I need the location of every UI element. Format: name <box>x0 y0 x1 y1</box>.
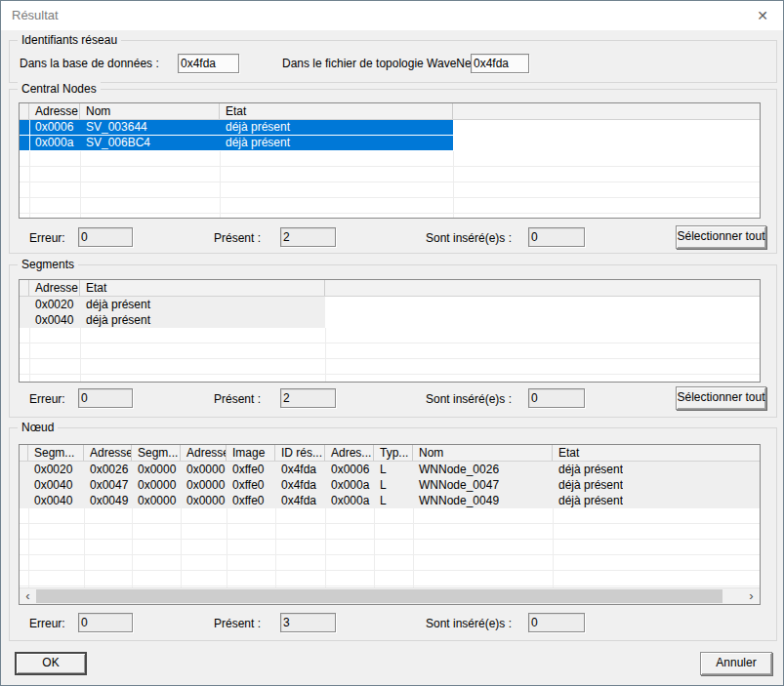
insere-label: Sont inséré(e)s : <box>426 231 512 246</box>
table-row-selected[interactable]: 0x000a SV_006BC4 déjà présent <box>20 136 760 151</box>
db-label: Dans la base de données : <box>20 57 159 71</box>
cell-selector <box>20 462 28 477</box>
cell-adresse: 0x000a <box>29 136 80 150</box>
title-bar: Résultat ✕ <box>1 1 783 30</box>
cell-id-reseau: 0x4fda <box>275 493 325 508</box>
cell-image: 0xffe0 <box>227 477 275 493</box>
cell-etat: déjà présent <box>80 297 325 312</box>
present-field[interactable]: 3 <box>280 613 336 632</box>
scroll-left-arrow[interactable]: ‹ <box>20 588 36 604</box>
insere-field[interactable]: 0 <box>528 613 585 632</box>
insere-label: Sont inséré(e)s : <box>426 392 512 407</box>
cancel-button[interactable]: Annuler <box>700 652 772 675</box>
insere-field[interactable]: 0 <box>528 227 585 247</box>
empty-grid <box>20 151 760 218</box>
cell-image: 0xffe0 <box>227 493 275 508</box>
table-row[interactable]: 0x0020 déjà présent <box>20 297 760 312</box>
cell-selector <box>20 312 29 328</box>
header-adresse[interactable]: Adresse <box>29 103 80 119</box>
erreur-field[interactable]: 0 <box>78 227 133 247</box>
cell-type: L <box>374 462 413 477</box>
cell-selector <box>20 136 29 150</box>
header-etat[interactable]: Etat <box>80 280 325 296</box>
cell-adresse-2: 0x0000 <box>181 462 227 477</box>
empty-grid <box>20 508 760 587</box>
central-nodes-table: Adresse Nom Etat 0x0006 SV_003644 déjà p… <box>19 102 761 219</box>
header-filler <box>453 103 760 119</box>
header-selector[interactable] <box>20 445 28 461</box>
topo-value-field[interactable]: 0x4fda <box>471 54 529 73</box>
present-label: Présent : <box>214 617 261 631</box>
table-row[interactable]: 0x0040 0x0047 0x0000 0x0000 0xffe0 0x4fd… <box>20 477 760 493</box>
scroll-right-arrow[interactable]: › <box>743 588 760 604</box>
cell-adresse: 0x0040 <box>29 312 80 328</box>
empty-grid <box>20 328 760 382</box>
table-row[interactable]: 0x0020 0x0026 0x0000 0x0000 0xffe0 0x4fd… <box>20 462 760 477</box>
cell-segment-2: 0x0000 <box>132 462 181 477</box>
cell-selector <box>20 297 29 312</box>
select-all-segments-button[interactable]: Sélectionner tout <box>676 386 766 410</box>
erreur-field[interactable]: 0 <box>78 388 133 408</box>
window-title: Résultat <box>12 1 59 30</box>
cell-nom: WNNode_0049 <box>413 493 553 508</box>
header-etat[interactable]: Etat <box>553 445 760 461</box>
cell-segment-1: 0x0040 <box>28 493 84 508</box>
cell-selector <box>20 120 29 135</box>
erreur-field[interactable]: 0 <box>78 613 133 632</box>
cell-etat: déjà présent <box>553 493 623 508</box>
cell-selector <box>20 477 28 493</box>
present-label: Présent : <box>214 231 261 246</box>
header-nom[interactable]: Nom <box>413 445 553 461</box>
cell-etat: déjà présent <box>553 462 623 477</box>
close-button[interactable]: ✕ <box>747 3 778 28</box>
cell-segment-2: 0x0000 <box>132 477 181 493</box>
scrollbar-thumb[interactable] <box>36 589 722 603</box>
ok-button[interactable]: OK <box>15 652 87 675</box>
table-row[interactable]: 0x0040 0x0049 0x0000 0x0000 0xffe0 0x4fd… <box>20 493 760 508</box>
header-segment-1[interactable]: Segm... <box>28 445 84 461</box>
header-nom[interactable]: Nom <box>80 103 220 119</box>
cell-id-reseau: 0x4fda <box>275 477 325 493</box>
cell-adresse-2: 0x0000 <box>181 493 227 508</box>
noeud-header: Segm... Adresse Segm... Adresse Image ID… <box>20 445 760 462</box>
cell-adresse-1: 0x0049 <box>84 493 132 508</box>
group-central-nodes: Central Nodes Adresse Nom Etat 0x0006 SV… <box>9 89 777 254</box>
select-all-central-button[interactable]: Sélectionner tout <box>676 225 766 249</box>
cell-etat: déjà présent <box>80 312 325 328</box>
segments-table: Adresse Etat 0x0020 déjà présent 0x0040 … <box>19 279 761 383</box>
header-adresse-3[interactable]: Adres... <box>325 445 374 461</box>
header-id-reseau[interactable]: ID rés... <box>275 445 325 461</box>
header-adresse-1[interactable]: Adresse <box>84 445 132 461</box>
header-adresse[interactable]: Adresse <box>29 280 80 296</box>
header-segment-2[interactable]: Segm... <box>132 445 181 461</box>
header-selector[interactable] <box>20 280 29 296</box>
header-image[interactable]: Image <box>227 445 275 461</box>
horizontal-scrollbar[interactable]: ‹ › <box>20 587 760 604</box>
header-adresse-2[interactable]: Adresse <box>181 445 227 461</box>
cell-adresse: 0x0020 <box>29 297 80 312</box>
present-field[interactable]: 2 <box>280 388 336 408</box>
db-value-field[interactable]: 0x4fda <box>178 54 239 73</box>
cell-id-reseau: 0x4fda <box>275 462 325 477</box>
cell-type: L <box>374 477 413 493</box>
group-noeud: Nœud Segm... Adresse Segm... Adresse Ima… <box>9 427 777 641</box>
group-central-nodes-label: Central Nodes <box>18 82 101 97</box>
table-row-selected[interactable]: 0x0006 SV_003644 déjà présent <box>20 120 760 136</box>
cell-etat: déjà présent <box>553 477 623 493</box>
header-selector[interactable] <box>20 103 29 119</box>
insere-field[interactable]: 0 <box>528 388 585 408</box>
present-label: Présent : <box>214 392 261 407</box>
cell-adresse-2: 0x0000 <box>181 477 227 493</box>
header-type[interactable]: Typ... <box>374 445 413 461</box>
topo-label: Dans le fichier de topologie WaveNet : <box>282 57 481 71</box>
erreur-label: Erreur: <box>29 617 65 631</box>
cell-type: L <box>374 493 413 508</box>
cell-nom: SV_006BC4 <box>80 136 220 150</box>
result-dialog: Résultat ✕ Identifiants réseau Dans la b… <box>0 0 784 686</box>
header-etat[interactable]: Etat <box>220 103 453 119</box>
present-field[interactable]: 2 <box>280 227 336 247</box>
close-icon: ✕ <box>757 8 768 23</box>
cell-adresse-1: 0x0047 <box>84 477 132 493</box>
cell-adresse-3: 0x000a <box>325 493 374 508</box>
table-row[interactable]: 0x0040 déjà présent <box>20 312 760 328</box>
